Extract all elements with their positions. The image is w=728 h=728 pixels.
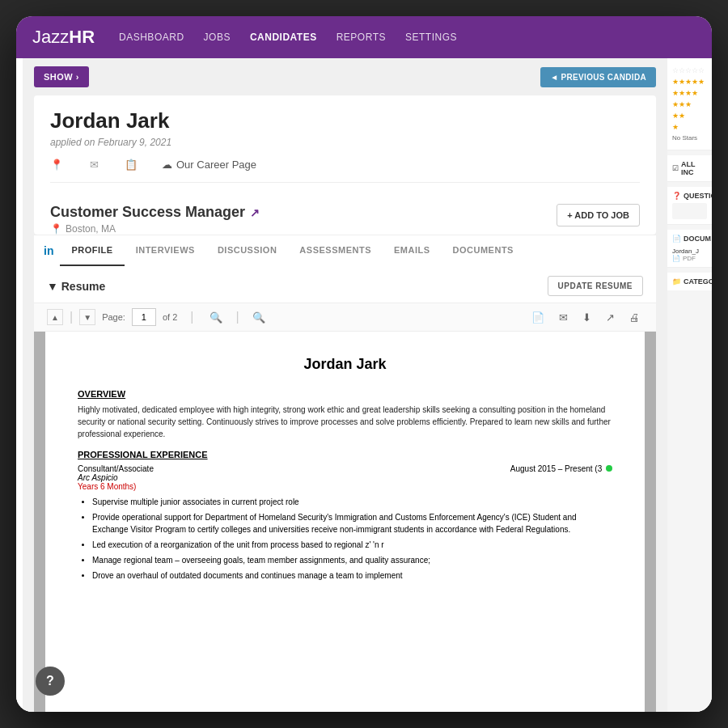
job-row: Customer Success Manager ↗ 📍 Boston, MA … [50, 194, 640, 235]
nav-settings[interactable]: SETTINGS [405, 32, 457, 43]
questions-label: QUESTIO [684, 192, 712, 200]
overview-text: Highly motivated, dedicated employee wit… [78, 404, 612, 440]
stars-panel: ☆☆☆☆☆ ★★★★★ ★★★★ ★★★ ★★ ★ No Stars [667, 58, 712, 150]
job1-company: Arc Aspicio [78, 473, 154, 482]
documents-row: 📄 DOCUM [672, 235, 707, 243]
right-panel: ☆☆☆☆☆ ★★★★★ ★★★★ ★★★ ★★ ★ No Stars ☑ ALL… [667, 58, 712, 712]
categories-label: CATEGO [684, 277, 712, 286]
job-info: Customer Success Manager ↗ 📍 Boston, MA [50, 204, 260, 235]
green-status-dot [606, 465, 612, 472]
resume-header: ▼ Resume UPDATE RESUME [34, 266, 656, 303]
overview-title: Overview [78, 389, 612, 399]
device-frame: JazzHR DASHBOARD JOBS CANDIDATES REPORTS… [16, 16, 712, 712]
update-resume-button[interactable]: UPDATE RESUME [548, 276, 643, 296]
job1-dates: August 2015 – Present (3 [510, 464, 612, 473]
email-icon: ✉ [87, 158, 100, 171]
job1-bullets: Supervise multiple junior associates in … [78, 496, 612, 582]
nav-dashboard[interactable]: DASHBOARD [119, 32, 184, 43]
question-icon: ❓ [672, 192, 681, 200]
resume-page: Jordan Jark Overview Highly motivated, d… [45, 332, 645, 712]
categories-section: 📁 CATEGO [667, 273, 712, 290]
tab-profile[interactable]: PROFILE [60, 235, 124, 266]
nav-candidates[interactable]: CANDIDATES [250, 32, 317, 43]
location-icon-item: 📍 [50, 158, 63, 171]
page-label-prefix: Page: [102, 312, 125, 322]
contact-icons: 📍 ✉ 📋 ☁ Our Career Page [50, 158, 640, 183]
page-total-label: of 2 [163, 312, 177, 322]
all-inc-label: ALL INC [681, 160, 707, 176]
source-text: Our Career Page [176, 159, 256, 171]
applied-date: applied on February 9, 2021 [50, 137, 640, 148]
zoom-in-btn[interactable]: 🔍 [249, 310, 269, 325]
tab-discussion[interactable]: DISCUSSION [206, 235, 288, 266]
scroll-left [34, 332, 45, 712]
pdf-next-btn[interactable]: ▼ [79, 309, 95, 325]
profile-area: ▼ Resume UPDATE RESUME ▲ | ▼ Page: of 2 [34, 266, 656, 712]
tab-assessments[interactable]: ASSESSMENTS [288, 235, 383, 266]
location-pin-icon: 📍 [50, 223, 62, 235]
pdf-download-btn[interactable]: ⬇ [579, 310, 595, 325]
pdf-nav: ▲ | ▼ [47, 309, 95, 325]
top-nav: JazzHR DASHBOARD JOBS CANDIDATES REPORTS… [16, 16, 712, 58]
tab-emails[interactable]: EMAILS [383, 235, 442, 266]
center-content: SHOW › ◄ PREVIOUS CANDIDA Jordan Jark ap… [23, 58, 667, 712]
experience-title: Professional Experience [78, 450, 612, 459]
all-inc-section: ☑ ALL INC [667, 155, 712, 182]
resume-name: Jordan Jark [78, 356, 612, 373]
doc-type: PDF [683, 255, 696, 262]
screen: JazzHR DASHBOARD JOBS CANDIDATES REPORTS… [16, 16, 712, 712]
main-area: SHOW › ◄ PREVIOUS CANDIDA Jordan Jark ap… [16, 58, 712, 712]
linkedin-icon: in [37, 236, 60, 265]
pdf-print-btn[interactable]: 🖨 [626, 310, 643, 325]
show-button[interactable]: SHOW › [34, 66, 89, 87]
pdf-toolbar: ▲ | ▼ Page: of 2 | 🔍 | 🔍 📄 ✉ [34, 303, 656, 332]
pdf-divider: | [70, 310, 73, 324]
bullet-4: Manage regional team – overseeing goals,… [92, 554, 612, 566]
candidate-card: Jordan Jark applied on February 9, 2021 … [34, 95, 656, 235]
resume-section-title: ▼ Resume [47, 280, 105, 293]
categories-row: 📁 CATEGO [672, 277, 707, 286]
help-button[interactable]: ? [36, 667, 65, 696]
external-link-icon: ↗ [250, 206, 260, 219]
page-number-input[interactable] [132, 308, 156, 326]
documents-label: DOCUM [684, 235, 711, 243]
pdf-view-btn[interactable]: 📄 [528, 310, 548, 325]
job1-duration: Years 6 Months) [78, 482, 612, 491]
source-label: ☁ Our Career Page [162, 159, 256, 171]
stars-2: ★★ [672, 112, 707, 120]
stars-5: ★★★★★ [672, 78, 707, 86]
location-icon: 📍 [50, 158, 63, 171]
doc-type-row: 📄 PDF [672, 255, 707, 262]
pdf-external-btn[interactable]: ↗ [603, 310, 618, 325]
questions-row: ❓ QUESTIO [672, 192, 707, 200]
bullet-5: Drove an overhaul of outdated documents … [92, 569, 612, 582]
add-to-job-button[interactable]: + ADD TO JOB [557, 204, 640, 226]
all-inc-row: ☑ ALL INC [672, 160, 707, 176]
pdf-prev-btn[interactable]: ▲ [47, 309, 63, 325]
document-icon: 📄 [672, 235, 681, 243]
folder-icon: 📁 [672, 277, 681, 286]
job-title: Customer Success Manager ↗ [50, 204, 260, 221]
tab-documents[interactable]: DOCUMENTS [442, 235, 525, 266]
zoom-out-btn[interactable]: 🔍 [206, 310, 226, 325]
bullet-2: Provide operational support for Departme… [92, 511, 612, 535]
logo: JazzHR [32, 27, 95, 48]
candidate-name: Jordan Jark [50, 108, 640, 133]
doc-filename: Jordan_J [672, 248, 707, 255]
stars-3: ★★★ [672, 100, 707, 108]
toolbar: SHOW › ◄ PREVIOUS CANDIDA [23, 58, 667, 95]
nav-jobs[interactable]: JOBS [204, 32, 231, 43]
documents-section: 📄 DOCUM Jordan_J 📄 PDF [667, 230, 712, 268]
doc-item: Jordan_J 📄 PDF [672, 248, 707, 262]
pdf-email-btn[interactable]: ✉ [556, 310, 571, 325]
left-sidebar [16, 58, 23, 712]
tab-interviews[interactable]: INTERVIEWS [125, 235, 206, 266]
nav-reports[interactable]: REPORTS [336, 32, 386, 43]
stars-empty: ☆☆☆☆☆ [672, 66, 707, 74]
logo-jazz: Jazz [32, 27, 69, 47]
job1-title: Consultant/Associate [78, 464, 154, 473]
zoom-sep: | [235, 310, 239, 324]
job-location: 📍 Boston, MA [50, 223, 260, 235]
prev-candidate-button[interactable]: ◄ PREVIOUS CANDIDA [540, 67, 656, 87]
nav-links: DASHBOARD JOBS CANDIDATES REPORTS SETTIN… [119, 32, 457, 43]
